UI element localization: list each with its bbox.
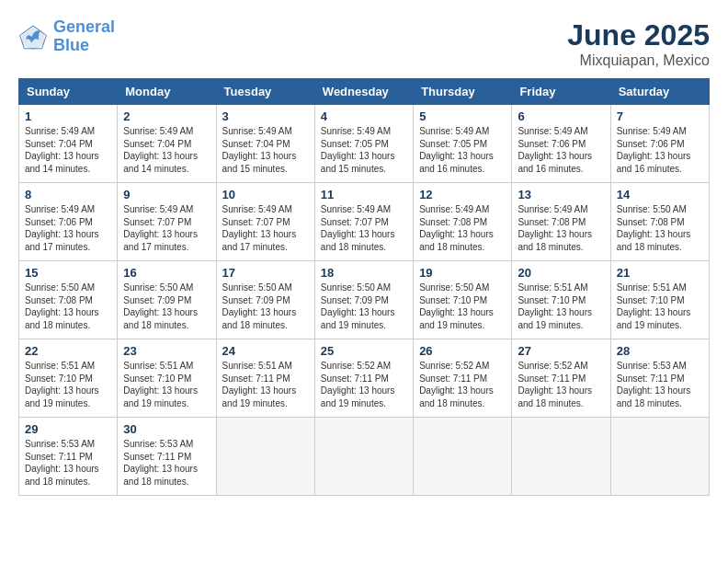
- day-cell-17: 17 Sunrise: 5:50 AMSunset: 7:09 PMDaylig…: [216, 261, 314, 339]
- calendar-row-2: 8 Sunrise: 5:49 AMSunset: 7:06 PMDayligh…: [19, 183, 710, 261]
- day-cell-21: 21 Sunrise: 5:51 AMSunset: 7:10 PMDaylig…: [610, 261, 709, 339]
- day-cell-2: 2 Sunrise: 5:49 AMSunset: 7:04 PMDayligh…: [118, 105, 216, 183]
- day-number-23: 23: [123, 344, 210, 358]
- cell-info-9: Sunrise: 5:49 AMSunset: 7:07 PMDaylight:…: [123, 204, 198, 252]
- cell-info-18: Sunrise: 5:50 AMSunset: 7:09 PMDaylight:…: [321, 282, 395, 330]
- cell-info-16: Sunrise: 5:50 AMSunset: 7:09 PMDaylight:…: [123, 282, 198, 330]
- day-cell-28: 28 Sunrise: 5:53 AMSunset: 7:11 PMDaylig…: [610, 339, 709, 418]
- logo: General Blue: [18, 18, 115, 55]
- empty-cell: [414, 418, 512, 496]
- calendar-row-5: 29 Sunrise: 5:53 AMSunset: 7:11 PMDaylig…: [19, 418, 710, 496]
- day-cell-18: 18 Sunrise: 5:50 AMSunset: 7:09 PMDaylig…: [314, 261, 413, 339]
- calendar-row-4: 22 Sunrise: 5:51 AMSunset: 7:10 PMDaylig…: [19, 339, 710, 418]
- day-number-6: 6: [518, 109, 604, 123]
- col-saturday: Saturday: [610, 79, 709, 105]
- cell-info-19: Sunrise: 5:50 AMSunset: 7:10 PMDaylight:…: [419, 282, 494, 330]
- day-cell-19: 19 Sunrise: 5:50 AMSunset: 7:10 PMDaylig…: [414, 261, 512, 339]
- empty-cell: [512, 418, 610, 496]
- cell-info-27: Sunrise: 5:52 AMSunset: 7:11 PMDaylight:…: [518, 361, 592, 408]
- cell-info-30: Sunrise: 5:53 AMSunset: 7:11 PMDaylight:…: [123, 439, 198, 487]
- cell-info-25: Sunrise: 5:52 AMSunset: 7:11 PMDaylight:…: [321, 361, 395, 408]
- day-number-20: 20: [518, 266, 604, 280]
- day-cell-14: 14 Sunrise: 5:50 AMSunset: 7:08 PMDaylig…: [610, 183, 709, 261]
- day-number-4: 4: [321, 109, 407, 123]
- col-monday: Monday: [118, 79, 216, 105]
- cell-info-23: Sunrise: 5:51 AMSunset: 7:10 PMDaylight:…: [123, 361, 198, 408]
- day-number-22: 22: [25, 344, 111, 358]
- day-cell-9: 9 Sunrise: 5:49 AMSunset: 7:07 PMDayligh…: [118, 183, 216, 261]
- day-cell-15: 15 Sunrise: 5:50 AMSunset: 7:08 PMDaylig…: [19, 261, 118, 339]
- cell-info-21: Sunrise: 5:51 AMSunset: 7:10 PMDaylight:…: [617, 282, 691, 330]
- cell-info-11: Sunrise: 5:49 AMSunset: 7:07 PMDaylight:…: [321, 204, 395, 252]
- day-cell-1: 1 Sunrise: 5:49 AMSunset: 7:04 PMDayligh…: [19, 105, 118, 183]
- day-cell-8: 8 Sunrise: 5:49 AMSunset: 7:06 PMDayligh…: [19, 183, 118, 261]
- day-number-10: 10: [222, 188, 309, 201]
- empty-cell: [216, 418, 314, 496]
- day-number-16: 16: [123, 266, 210, 280]
- day-cell-4: 4 Sunrise: 5:49 AMSunset: 7:05 PMDayligh…: [314, 105, 413, 183]
- cell-info-7: Sunrise: 5:49 AMSunset: 7:06 PMDaylight:…: [617, 126, 691, 174]
- empty-cell: [610, 418, 709, 496]
- cell-info-1: Sunrise: 5:49 AMSunset: 7:04 PMDaylight:…: [25, 126, 99, 174]
- day-number-9: 9: [123, 188, 210, 201]
- day-cell-23: 23 Sunrise: 5:51 AMSunset: 7:10 PMDaylig…: [118, 339, 216, 418]
- day-cell-27: 27 Sunrise: 5:52 AMSunset: 7:11 PMDaylig…: [512, 339, 610, 418]
- cell-info-2: Sunrise: 5:49 AMSunset: 7:04 PMDaylight:…: [123, 126, 198, 174]
- day-number-15: 15: [25, 266, 111, 280]
- day-number-27: 27: [518, 344, 604, 358]
- day-number-24: 24: [222, 344, 309, 358]
- day-cell-7: 7 Sunrise: 5:49 AMSunset: 7:06 PMDayligh…: [610, 105, 709, 183]
- day-cell-25: 25 Sunrise: 5:52 AMSunset: 7:11 PMDaylig…: [314, 339, 413, 418]
- cell-info-26: Sunrise: 5:52 AMSunset: 7:11 PMDaylight:…: [419, 361, 494, 408]
- cell-info-29: Sunrise: 5:53 AMSunset: 7:11 PMDaylight:…: [25, 439, 99, 487]
- empty-cell: [314, 418, 413, 496]
- calendar-title: June 2025: [567, 18, 710, 52]
- day-cell-13: 13 Sunrise: 5:49 AMSunset: 7:08 PMDaylig…: [512, 183, 610, 261]
- cell-info-24: Sunrise: 5:51 AMSunset: 7:11 PMDaylight:…: [222, 361, 297, 408]
- cell-info-20: Sunrise: 5:51 AMSunset: 7:10 PMDaylight:…: [518, 282, 592, 330]
- title-area: June 2025 Mixquiapan, Mexico: [567, 18, 710, 69]
- day-number-19: 19: [419, 266, 506, 280]
- calendar-subtitle: Mixquiapan, Mexico: [567, 52, 710, 69]
- day-number-7: 7: [617, 109, 703, 123]
- col-thursday: Thursday: [414, 79, 512, 105]
- col-friday: Friday: [512, 79, 610, 105]
- cell-info-22: Sunrise: 5:51 AMSunset: 7:10 PMDaylight:…: [25, 361, 99, 408]
- cell-info-13: Sunrise: 5:49 AMSunset: 7:08 PMDaylight:…: [518, 204, 592, 252]
- cell-info-12: Sunrise: 5:49 AMSunset: 7:08 PMDaylight:…: [419, 204, 494, 252]
- header: General Blue June 2025 Mixquiapan, Mexic…: [18, 18, 710, 69]
- logo-blue: Blue: [53, 36, 89, 54]
- day-cell-12: 12 Sunrise: 5:49 AMSunset: 7:08 PMDaylig…: [414, 183, 512, 261]
- calendar-row-3: 15 Sunrise: 5:50 AMSunset: 7:08 PMDaylig…: [19, 261, 710, 339]
- day-cell-5: 5 Sunrise: 5:49 AMSunset: 7:05 PMDayligh…: [414, 105, 512, 183]
- cell-info-8: Sunrise: 5:49 AMSunset: 7:06 PMDaylight:…: [25, 204, 99, 252]
- day-number-17: 17: [222, 266, 309, 280]
- cell-info-15: Sunrise: 5:50 AMSunset: 7:08 PMDaylight:…: [25, 282, 99, 330]
- cell-info-5: Sunrise: 5:49 AMSunset: 7:05 PMDaylight:…: [419, 126, 494, 174]
- calendar-table: Sunday Monday Tuesday Wednesday Thursday…: [18, 78, 710, 496]
- cell-info-10: Sunrise: 5:49 AMSunset: 7:07 PMDaylight:…: [222, 204, 297, 252]
- day-number-2: 2: [123, 109, 210, 123]
- day-number-13: 13: [518, 188, 604, 201]
- day-number-30: 30: [123, 422, 210, 436]
- logo-text: General Blue: [53, 18, 115, 55]
- day-number-26: 26: [419, 344, 506, 358]
- cell-info-3: Sunrise: 5:49 AMSunset: 7:04 PMDaylight:…: [222, 126, 297, 174]
- calendar-row-1: 1 Sunrise: 5:49 AMSunset: 7:04 PMDayligh…: [19, 105, 710, 183]
- day-cell-20: 20 Sunrise: 5:51 AMSunset: 7:10 PMDaylig…: [512, 261, 610, 339]
- day-cell-3: 3 Sunrise: 5:49 AMSunset: 7:04 PMDayligh…: [216, 105, 314, 183]
- day-number-12: 12: [419, 188, 506, 201]
- day-number-14: 14: [617, 188, 703, 201]
- header-row: Sunday Monday Tuesday Wednesday Thursday…: [19, 79, 710, 105]
- col-wednesday: Wednesday: [314, 79, 413, 105]
- day-number-18: 18: [321, 266, 407, 280]
- logo-icon: [18, 22, 48, 52]
- day-cell-24: 24 Sunrise: 5:51 AMSunset: 7:11 PMDaylig…: [216, 339, 314, 418]
- cell-info-28: Sunrise: 5:53 AMSunset: 7:11 PMDaylight:…: [617, 361, 691, 408]
- day-cell-26: 26 Sunrise: 5:52 AMSunset: 7:11 PMDaylig…: [414, 339, 512, 418]
- day-cell-6: 6 Sunrise: 5:49 AMSunset: 7:06 PMDayligh…: [512, 105, 610, 183]
- day-cell-22: 22 Sunrise: 5:51 AMSunset: 7:10 PMDaylig…: [19, 339, 118, 418]
- col-sunday: Sunday: [19, 79, 118, 105]
- cell-info-4: Sunrise: 5:49 AMSunset: 7:05 PMDaylight:…: [321, 126, 395, 174]
- day-number-3: 3: [222, 109, 309, 123]
